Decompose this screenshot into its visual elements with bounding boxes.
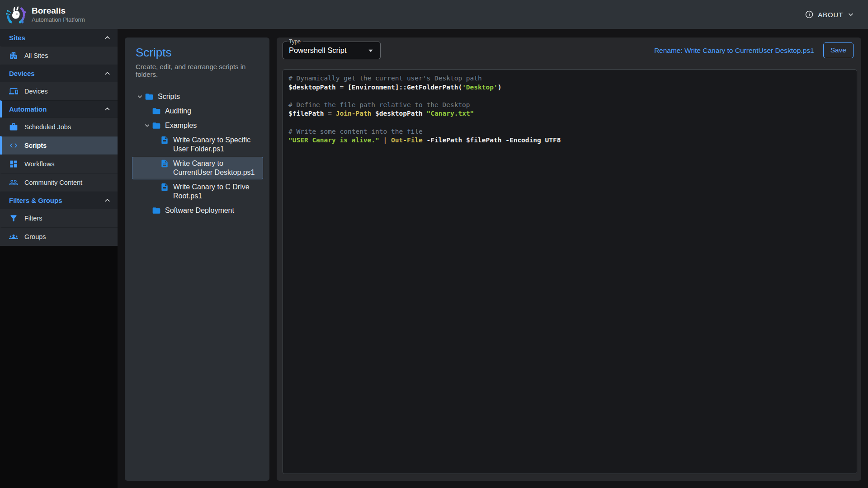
tree-file-write-canary-to-specific-user-folder-ps1[interactable]: Write Canary to Specific User Folder.ps1 [132,133,263,156]
sidebar-item-devices[interactable]: Devices [0,82,118,100]
tree-item-label: Write Canary to Specific User Folder.ps1 [173,136,261,154]
filter-icon [9,214,18,223]
code-line: $filePath = Join-Path $desktopPath "Cana… [288,109,851,118]
file-icon [160,159,169,168]
tree-folder-scripts[interactable]: Scripts [132,90,263,103]
tree-item-label: Examples [165,121,197,130]
dashboard-icon [9,160,18,169]
folder-icon [152,107,161,116]
page-title: Scripts [136,46,265,60]
tree-folder-software-deployment[interactable]: Software Deployment [132,204,263,217]
chevron-down-icon[interactable] [135,93,145,100]
folder-icon [152,206,161,215]
app-subtitle: Automation Platform [32,16,85,23]
borealis-rabbit-logo-icon [5,4,27,25]
tree-item-label: Write Canary to C Drive Root.ps1 [173,183,261,201]
sidebar-section-automation[interactable]: Automation [0,100,118,117]
chevron-down-icon[interactable] [142,122,152,129]
briefcase-icon [9,122,18,131]
brand: Borealis Automation Platform [5,4,85,25]
page-subtitle: Create, edit, and rearrange scripts in f… [136,63,265,78]
sidebar: SitesAll SitesDevicesDevicesAutomationSc… [0,29,118,488]
sidebar-item-label: Filters [24,215,42,222]
building-icon [9,51,18,60]
code-editor[interactable]: # Dynamically get the current user's Des… [283,69,857,474]
sidebar-section-label: Devices [9,70,104,77]
chevron-up-icon [104,34,111,42]
about-label: ABOUT [818,11,843,19]
editor-toolbar: Type Powershell Script Rename: Write Can… [277,38,861,59]
app-name: Borealis [32,6,85,16]
chevron-down-icon [847,11,854,18]
tree-folder-examples[interactable]: Examples [132,119,263,132]
sidebar-section-filters-groups[interactable]: Filters & Groups [0,192,118,209]
code-line: "USER Canary is alive." | Out-File -File… [288,136,851,145]
folder-icon [145,92,154,101]
sidebar-item-label: Scripts [24,142,47,149]
sidebar-item-workflows[interactable]: Workflows [0,155,118,173]
code-icon [9,141,18,150]
code-line: # Define the file path relative to the D… [288,101,851,110]
sidebar-item-groups[interactable]: Groups [0,227,118,246]
tree-item-label: Scripts [158,92,180,101]
tree-file-write-canary-to-c-drive-root-ps1[interactable]: Write Canary to C Drive Root.ps1 [132,180,263,203]
code-line [288,92,851,101]
sidebar-item-scheduled-jobs[interactable]: Scheduled Jobs [0,117,118,136]
sidebar-item-label: All Sites [24,52,48,59]
sidebar-item-label: Workflows [24,160,55,168]
sidebar-section-label: Filters & Groups [9,197,104,204]
code-line [288,118,851,127]
tree-item-label: Write Canary to CurrentUser Desktop.ps1 [173,159,261,177]
tree-file-write-canary-to-currentuser-desktop-ps1[interactable]: Write Canary to CurrentUser Desktop.ps1 [132,157,263,179]
sidebar-section-sites[interactable]: Sites [0,29,118,46]
scripts-tree-panel: Scripts Create, edit, and rearrange scri… [125,38,269,481]
sidebar-item-label: Groups [24,233,46,240]
sidebar-section-label: Automation [9,105,104,113]
sidebar-item-scripts[interactable]: Scripts [0,136,118,155]
sidebar-section-label: Sites [9,34,104,42]
file-icon [160,183,169,192]
tree-item-label: Auditing [165,107,191,116]
chevron-up-icon [104,70,111,77]
file-icon [160,136,169,145]
dropdown-caret-icon [366,46,376,56]
sidebar-item-filters[interactable]: Filters [0,209,118,227]
rename-link[interactable]: Rename: Write Canary to CurrentUser Desk… [654,47,814,55]
info-icon [805,10,814,19]
code-line: $desktopPath = [Environment]::GetFolderP… [288,83,851,92]
folder-icon [152,121,161,130]
devices-icon [9,87,18,96]
about-button[interactable]: ABOUT [805,10,854,19]
sidebar-item-label: Devices [24,88,48,95]
code-line: # Dynamically get the current user's Des… [288,74,851,83]
sidebar-section-devices[interactable]: Devices [0,65,118,82]
type-select-value: Powershell Script [289,46,366,55]
code-line: # Write some content into the file [288,127,851,136]
script-type-select[interactable]: Type Powershell Script [283,42,381,59]
scripts-tree: ScriptsAuditingExamplesWrite Canary to S… [132,90,263,217]
people-icon [9,178,18,187]
chevron-up-icon [104,105,111,113]
tree-folder-auditing[interactable]: Auditing [132,104,263,118]
sidebar-item-label: Scheduled Jobs [24,123,71,131]
script-editor-panel: Type Powershell Script Rename: Write Can… [277,38,861,481]
tree-item-label: Software Deployment [165,206,234,215]
save-button[interactable]: Save [823,42,854,58]
main-area: Scripts Create, edit, and rearrange scri… [118,29,868,488]
sidebar-item-community-content[interactable]: Community Content [0,173,118,192]
sidebar-item-all-sites[interactable]: All Sites [0,46,118,65]
chevron-up-icon [104,197,111,204]
sidebar-item-label: Community Content [24,179,82,186]
topbar: Borealis Automation Platform ABOUT [0,0,868,29]
groups-icon [9,232,18,241]
type-select-label: Type [287,38,303,45]
